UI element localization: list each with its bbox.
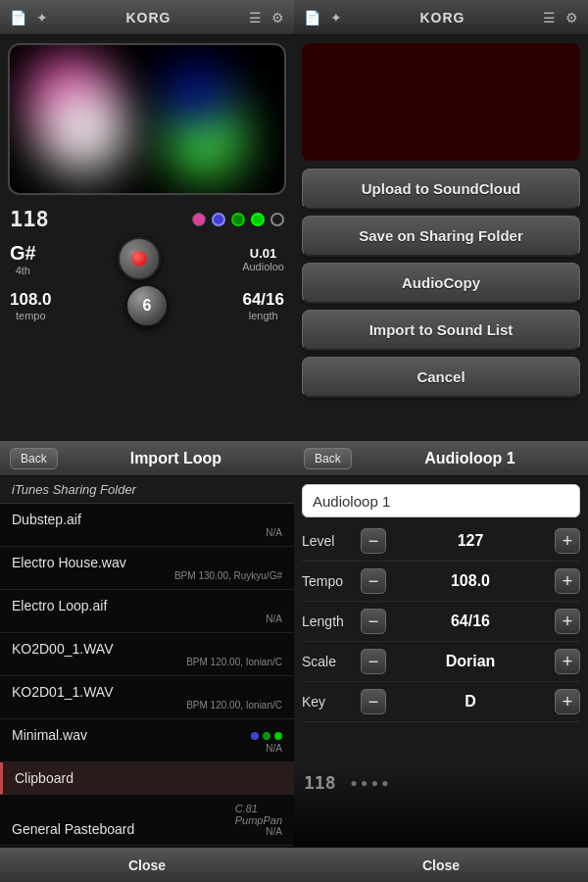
step-knob[interactable]: 6 — [125, 284, 169, 327]
clipboard-item[interactable]: Clipboard — [0, 762, 294, 795]
length-info: 64/16 length — [242, 290, 284, 321]
key-plus-button[interactable]: + — [555, 689, 580, 714]
import-close-button[interactable]: Close — [0, 847, 294, 882]
name-input-field[interactable] — [302, 484, 580, 517]
param-list: Level − 127 + Tempo − 108.0 + Length − 6… — [294, 521, 588, 768]
electro-house-item[interactable]: Electro House.wav BPM 130.00, Ruykyu/G# — [0, 547, 294, 590]
dot-green-bright[interactable] — [251, 213, 265, 226]
q1-top-bar: 📄 ✦ KORG ☰ ⚙ — [0, 0, 294, 35]
length-label-q4: Length — [302, 613, 361, 629]
scale-row: Scale − Dorian + — [302, 642, 580, 682]
import-back-button[interactable]: Back — [10, 448, 58, 469]
star-icon: ✦ — [36, 10, 48, 25]
dubstep-name: Dubstep.aif — [12, 512, 282, 527]
record-dot — [131, 251, 147, 267]
bottom-overlay: 118 ● ● ● ● — [294, 768, 588, 847]
dubstep-item[interactable]: Dubstep.aif N/A — [0, 504, 294, 547]
tempo-minus-button[interactable]: − — [361, 568, 386, 594]
dot-grey[interactable] — [270, 213, 284, 226]
general-pasteboard-item[interactable]: General Pasteboard C.81PumpPan N/A — [0, 795, 294, 846]
general-pasteboard-name: General Pasteboard — [12, 821, 134, 837]
dot-blue[interactable] — [212, 213, 225, 226]
electro-loop-item[interactable]: Electro Loop.aif N/A — [0, 590, 294, 633]
audioloop-close-button[interactable]: Close — [294, 847, 588, 882]
q1-right-icons: ☰ ⚙ — [249, 10, 284, 25]
file-icon: 📄 — [10, 10, 26, 25]
save-sharing-button[interactable]: Save on Sharing Folder — [302, 216, 580, 257]
preview-area — [302, 43, 580, 161]
dubstep-meta: N/A — [12, 527, 282, 538]
itunes-folder-name: iTunes Sharing Folder — [12, 482, 282, 497]
gear-icon: ⚙ — [271, 10, 284, 25]
file-icon-q2: 📄 — [304, 10, 320, 25]
import-sound-list-button[interactable]: Import to Sound List — [302, 310, 580, 351]
gear-icon-q2: ⚙ — [565, 10, 578, 25]
ko2d00-item[interactable]: KO2D00_1.WAV BPM 120.00, Ionian/C — [0, 633, 294, 676]
key-main: G# — [10, 242, 36, 265]
minimal-dot-green2 — [274, 732, 282, 740]
minimal-dot-green1 — [263, 732, 270, 740]
name-input-area — [302, 484, 580, 517]
audioloop-panel-title: Audioloop 1 — [362, 450, 578, 467]
app-title-q1: KORG — [126, 10, 172, 25]
key-sub: 4th — [10, 265, 36, 276]
dot-green-dark[interactable] — [231, 213, 245, 226]
level-value: 127 — [386, 532, 555, 550]
audioloop-top-bar: Back Audioloop 1 — [294, 441, 588, 476]
tempo-value: 108.0 — [10, 290, 52, 310]
length-label: length — [242, 310, 284, 321]
overlay-gradient — [294, 768, 588, 847]
key-minus-button[interactable]: − — [361, 689, 386, 714]
import-top-bar: Back Import Loop — [0, 441, 294, 476]
menu-panel: 📄 ✦ KORG ☰ ⚙ Upload to SoundCloud Save o… — [294, 0, 588, 441]
cancel-button[interactable]: Cancel — [302, 357, 580, 398]
list-icon: ☰ — [249, 10, 262, 25]
dot-pink[interactable] — [192, 213, 206, 226]
general-pasteboard-meta: N/A — [266, 826, 282, 837]
tempo-row: Tempo − 108.0 + — [302, 562, 580, 602]
scale-minus-button[interactable]: − — [361, 649, 386, 674]
electro-house-name: Electro House.wav — [12, 555, 282, 570]
audio-copy-button[interactable]: AudioCopy — [302, 263, 580, 304]
audioloop-back-button[interactable]: Back — [304, 448, 352, 469]
level-plus-button[interactable]: + — [555, 528, 580, 554]
visualizer-panel: 📄 ✦ KORG ☰ ⚙ 118 G# 4th — [0, 0, 294, 441]
clipboard-name: Clipboard — [15, 770, 282, 786]
tempo-info: 108.0 tempo — [10, 290, 52, 321]
level-minus-button[interactable]: − — [361, 528, 386, 554]
ko2d01-item[interactable]: KO2D01_1.WAV BPM 120.00, Ionian/C — [0, 676, 294, 719]
ko2d00-meta: BPM 120.00, Ionian/C — [12, 657, 282, 667]
star-icon-q2: ✦ — [330, 10, 342, 25]
dot-indicators — [192, 213, 284, 226]
minimal-name: Minimal.wav — [12, 727, 87, 743]
electro-loop-name: Electro Loop.aif — [12, 598, 282, 613]
minimal-dot-blue — [251, 732, 259, 740]
tempo-value-q4: 108.0 — [386, 572, 555, 590]
visualizer-display — [8, 43, 286, 195]
length-minus-button[interactable]: − — [361, 609, 386, 634]
import-loop-panel: Back Import Loop iTunes Sharing Folder D… — [0, 441, 294, 882]
upload-soundcloud-button[interactable]: Upload to SoundCloud — [302, 169, 580, 210]
file-list[interactable]: iTunes Sharing Folder Dubstep.aif N/A El… — [0, 476, 294, 847]
level-label: Level — [302, 533, 361, 549]
bpm-display: 118 — [10, 207, 49, 231]
length-plus-button[interactable]: + — [555, 609, 580, 634]
scale-plus-button[interactable]: + — [555, 649, 580, 674]
key-value: D — [386, 693, 555, 710]
itunes-folder-item[interactable]: iTunes Sharing Folder — [0, 476, 294, 504]
q2-left-icons: 📄 ✦ — [304, 10, 342, 25]
length-value-q4: 64/16 — [386, 612, 555, 630]
tempo-plus-button[interactable]: + — [555, 568, 580, 594]
blob-white — [39, 85, 127, 173]
record-button[interactable] — [118, 237, 161, 280]
q1-left-icons: 📄 ✦ — [10, 10, 48, 25]
minimal-item[interactable]: Minimal.wav N/A — [0, 719, 294, 762]
sound-info: U.01 Audioloo — [242, 246, 284, 272]
scale-value: Dorian — [386, 653, 555, 670]
blob-blue — [167, 65, 225, 123]
level-row: Level − 127 + — [302, 521, 580, 562]
app-title-q2: KORG — [420, 10, 466, 25]
ko2d01-name: KO2D01_1.WAV — [12, 684, 282, 700]
length-value: 64/16 — [242, 290, 284, 310]
ko2d01-meta: BPM 120.00, Ionian/C — [12, 700, 282, 710]
